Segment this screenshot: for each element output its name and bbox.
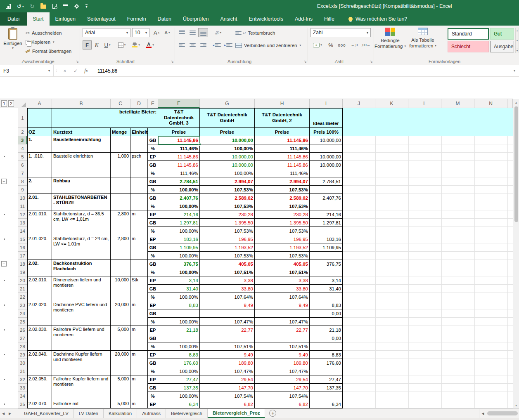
header-preise-f-cell[interactable]: Preise <box>158 128 200 136</box>
cell-E26[interactable]: EP <box>148 326 158 334</box>
cell-G12[interactable]: 230,28 <box>200 210 255 219</box>
cell-H7[interactable]: 111,46% <box>255 169 310 177</box>
horizontal-scrollbar-thumb[interactable] <box>487 411 518 415</box>
cell-G10[interactable]: 2.589,02 <box>200 194 255 202</box>
orientation-button[interactable]: ab▾ <box>211 28 225 37</box>
cell-I21[interactable]: 31,40 <box>310 285 343 293</box>
column-header-L[interactable]: L <box>408 99 441 108</box>
column-header-stub[interactable] <box>507 99 513 108</box>
cell-F13[interactable]: 1.297,81 <box>158 219 200 227</box>
cell-E18[interactable]: GB <box>148 260 158 268</box>
cell-F11[interactable]: 100,00% <box>158 202 200 210</box>
row-header-9[interactable]: 9 <box>18 186 27 194</box>
cell-E27[interactable]: GB <box>148 334 158 342</box>
cell-G27[interactable] <box>200 334 255 342</box>
cell-I29[interactable]: 8,83 <box>310 351 343 359</box>
row-header-5[interactable]: 5 <box>18 153 27 161</box>
cell-C10[interactable] <box>111 194 130 210</box>
number-format-combobox[interactable]: Zahl▾ <box>310 28 371 37</box>
switch-windows-button[interactable] <box>63 4 68 8</box>
cell-E32[interactable]: EP <box>148 375 158 384</box>
cell-H20[interactable]: 3,38 <box>255 276 310 285</box>
row-header-26[interactable]: 26 <box>18 326 27 334</box>
cell-F25[interactable]: 100,00% <box>158 318 200 326</box>
cell-H33[interactable]: 147,70 <box>255 384 310 392</box>
accounting-format-button[interactable]: ¤▾ <box>310 40 325 50</box>
cell-I22[interactable] <box>310 293 343 301</box>
cell-I10[interactable]: 2.407,76 <box>310 194 343 202</box>
vertical-scrollbar-thumb[interactable] <box>514 106 518 222</box>
cell-E25[interactable]: % <box>148 318 158 326</box>
row-header-2[interactable]: 2 <box>18 128 27 136</box>
cell-F20[interactable]: 3,14 <box>158 276 200 285</box>
row-header-20[interactable]: 20 <box>18 276 27 285</box>
column-header-F[interactable]: F <box>158 99 200 108</box>
cell-C32[interactable]: 5,000 <box>111 375 130 400</box>
align-right-button[interactable] <box>198 40 208 50</box>
column-header-E[interactable]: E <box>148 99 158 108</box>
cell-G14[interactable]: 107,53% <box>200 227 255 235</box>
cell-H30[interactable]: 189,80 <box>255 359 310 367</box>
ribbon-tab-ansicht[interactable]: Ansicht <box>215 12 243 26</box>
cell-A8[interactable]: 2. <box>27 177 52 194</box>
cell-H21[interactable]: 33,80 <box>255 285 310 293</box>
row-header-3[interactable]: 3 <box>18 136 27 144</box>
row-header-31[interactable]: 31 <box>18 367 27 375</box>
cell-G3[interactable]: 10.000,00 <box>200 136 255 144</box>
cell-B8[interactable]: Rohbau <box>52 177 111 194</box>
cell-H29[interactable]: 9,49 <box>255 351 310 359</box>
cell-E12[interactable]: EP <box>148 210 158 219</box>
header-e-cell[interactable] <box>148 128 158 136</box>
decrease-decimal-button[interactable]: ,00→ <box>360 40 372 50</box>
cell-I35[interactable]: 6,34 <box>310 400 343 408</box>
cell-H13[interactable]: 1.395,50 <box>255 219 310 227</box>
cell-D20[interactable]: Stk <box>130 276 148 301</box>
new-sheet-button[interactable]: + <box>269 410 276 417</box>
cell-H22[interactable]: 107,64% <box>255 293 310 301</box>
cell-C35[interactable]: 5,000 <box>111 400 130 408</box>
header-preise-h-cell[interactable]: Preise <box>255 128 310 136</box>
cell-A1[interactable] <box>27 108 52 128</box>
bidder-i-cell[interactable]: Ideal-Bieter <box>310 108 343 128</box>
row-header-25[interactable]: 25 <box>18 318 27 326</box>
cell-H14[interactable]: 107,53% <box>255 227 310 235</box>
cell-I12[interactable]: 214,16 <box>310 210 343 219</box>
cell-D15[interactable]: m <box>130 235 148 260</box>
cell-A29[interactable]: 2.02.040. <box>27 351 52 375</box>
cell-H15[interactable]: 196,95 <box>255 235 310 243</box>
cell-C8[interactable] <box>111 177 130 194</box>
cell-I4[interactable] <box>310 144 343 153</box>
row-header-34[interactable]: 34 <box>18 392 27 400</box>
row-header-15[interactable]: 15 <box>18 235 27 243</box>
cell-F32[interactable]: 27,47 <box>158 375 200 384</box>
wrap-text-button[interactable]: ↩Textumbruch <box>235 29 275 37</box>
cell-F28[interactable]: 100,00% <box>158 342 200 351</box>
save-button[interactable] <box>6 4 11 9</box>
cell-G29[interactable]: 9,49 <box>200 351 255 359</box>
cell-H24[interactable] <box>255 309 310 318</box>
cell-F33[interactable]: 137,35 <box>158 384 200 392</box>
cell-D10[interactable] <box>130 194 148 210</box>
header-menge-cell[interactable]: Menge <box>111 128 130 136</box>
dialog-launcher-icon[interactable]: ↘ <box>303 60 307 64</box>
cell-A20[interactable]: 2.02.010. <box>27 276 52 301</box>
cut-button[interactable]: ✂Ausschneiden <box>26 29 62 37</box>
cell-D12[interactable]: m <box>130 210 148 235</box>
cell-E16[interactable]: GB <box>148 243 158 252</box>
ribbon-tab--berpr-fen[interactable]: Überprüfen <box>177 12 215 26</box>
ribbon-tab-einf-gen[interactable]: Einfügen <box>50 12 81 26</box>
cell-A23[interactable]: 2.02.020. <box>27 301 52 326</box>
format-painter-button[interactable]: Format übertragen <box>26 47 71 55</box>
cell-style-ausgabe[interactable]: Ausgabe <box>490 41 514 52</box>
column-header-H[interactable]: H <box>255 99 310 108</box>
cell-H8[interactable]: 2.994,07 <box>255 177 310 186</box>
cell-G11[interactable]: 107,53% <box>200 202 255 210</box>
cell-C26[interactable]: 5,000 <box>111 326 130 351</box>
cell-I28[interactable] <box>310 342 343 351</box>
cell-G20[interactable]: 3,38 <box>200 276 255 285</box>
cell-F15[interactable]: 183,16 <box>158 235 200 243</box>
open-button[interactable] <box>40 4 46 9</box>
cell-A35[interactable]: 2.02.070. <box>27 400 52 408</box>
cell-I25[interactable] <box>310 318 343 326</box>
cell-E29[interactable]: EP <box>148 351 158 359</box>
